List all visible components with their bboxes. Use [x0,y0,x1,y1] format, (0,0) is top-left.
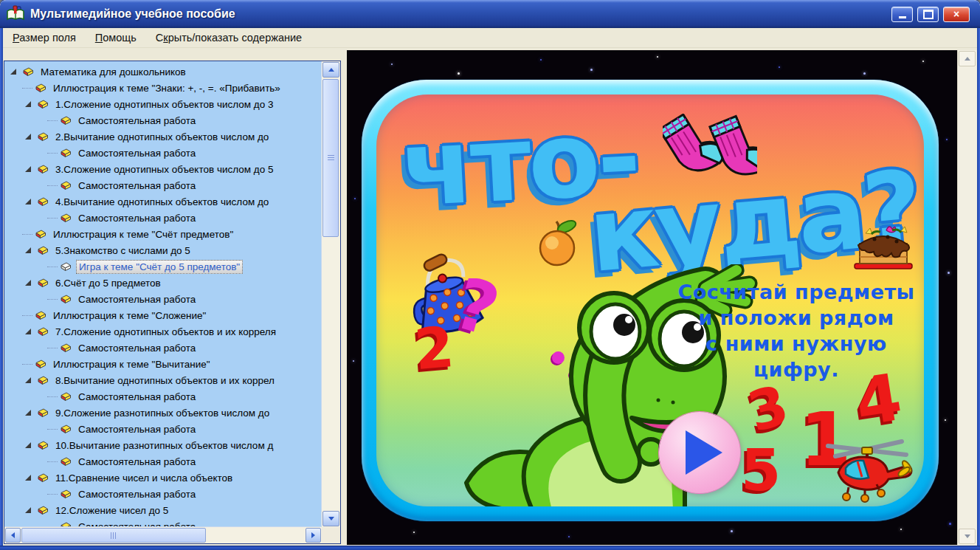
scroll-left-button[interactable] [5,528,21,543]
tree-expander-icon[interactable] [10,68,17,75]
scroll-down-button[interactable] [959,529,976,544]
tree-item[interactable]: 1.Сложение однотипных объектов числом до… [4,96,322,112]
tree-item[interactable]: Самостоятельная работа [4,486,322,502]
tree-vertical-scrollbar[interactable] [321,61,340,527]
tree-item-label: Самостоятельная работа [76,488,198,501]
tree-item-label: Самостоятельная работа [76,293,198,306]
menu-item-toggle-contents[interactable]: Скрыть/показать содержание [146,28,311,47]
book-yellow-icon [22,67,34,77]
scroll-up-button[interactable] [959,51,976,66]
minimize-icon [899,16,906,18]
tree-expander-icon[interactable] [24,409,32,416]
tree-expander-icon[interactable] [24,100,32,108]
tree-expander-icon[interactable] [24,279,32,286]
tree-connector [47,218,58,219]
tree-item[interactable]: Иллюстрация к теме "Знаки: +, -, =. «При… [4,80,322,96]
tree-item[interactable]: Самостоятельная работа [4,112,322,128]
tree-connector [47,299,58,300]
star [779,66,780,68]
tree-item[interactable]: Игра к теме "Счёт до 5 предметов" [4,258,322,275]
tree-item[interactable]: 4.Вычитание однотипных объектов числом д… [4,193,322,210]
star [568,536,570,537]
tree-item[interactable]: Самостоятельная работа [4,421,322,437]
tree-item[interactable]: 6.Счёт до 5 предметов [4,275,322,291]
tree-item[interactable]: 7.Сложение однотипных объектов и их корр… [4,323,322,340]
book-yellow-icon [37,506,49,515]
tree-item[interactable]: 5.Знакомство с числами до 5 [4,242,322,258]
instruction-text: Сосчитай предметы и положи рядом с ними … [668,279,924,382]
window-border [0,546,980,550]
tree-item[interactable]: Самостоятельная работа [4,340,322,356]
tree-item-label: 11.Сравнение чисел и числа объектов [53,472,235,484]
tree-expander-icon[interactable] [24,165,32,173]
book-yellow-icon [60,424,72,434]
tree-item[interactable]: Самостоятельная работа [4,291,322,307]
scroll-up-button[interactable] [322,62,339,78]
star [590,69,593,71]
tree-item[interactable]: 10.Вычитание разнотипных объектов числом… [4,437,322,453]
instruction-line: и положи рядом [668,305,924,331]
play-icon [686,430,722,475]
tree-item[interactable]: 3.Сложение однотипных объектов числом до… [4,161,322,177]
minimize-button[interactable] [891,7,913,22]
star [353,360,354,362]
vertical-scroll-thumb[interactable] [322,79,339,237]
tree-connector [47,267,58,267]
tree-item[interactable]: 9.Сложение разнотипных объектов числом д… [4,405,322,421]
maximize-button[interactable] [917,7,939,22]
instruction-line: с ними нужную [668,331,924,357]
tree-item-label: Игра к теме "Счёт до 5 предметов" [76,260,243,274]
tree-connector [22,234,32,235]
tree-expander-icon[interactable] [24,377,32,384]
tree-item[interactable]: 8.Вычитание однотипных объектов и их кор… [4,372,322,388]
tree-item[interactable]: 2.Вычитание однотипных объектов числом д… [4,128,322,145]
scroll-down-button[interactable] [322,511,339,526]
tree-connector [47,461,58,462]
tree-item[interactable]: Самостоятельная работа [4,145,322,161]
tree-expander-icon[interactable] [24,441,32,449]
tree-horizontal-scrollbar[interactable] [4,526,322,543]
book-yellow-icon [37,278,49,288]
tree-item-label: Самостоятельная работа [76,456,198,468]
title-bar: Мультимедийное учебное пособие × [0,0,980,28]
slide-vertical-scrollbar[interactable] [957,50,977,545]
tree-expander-icon[interactable] [24,133,32,140]
arrow-up-icon [965,57,970,61]
tree-item-label: Иллюстрация к теме "Сложение" [51,309,208,322]
scroll-right-button[interactable] [306,528,321,543]
tree-item[interactable]: Самостоятельная работа [4,210,322,226]
arrow-left-icon [11,532,15,538]
tree-expander-icon[interactable] [24,474,32,481]
application-window: Мультимедийное учебное пособие × Размер … [0,0,980,550]
play-button[interactable] [659,412,740,493]
tree-expander-icon[interactable] [24,328,32,335]
book-yellow-icon [37,132,49,142]
tree-expander-icon[interactable] [24,247,32,254]
close-button[interactable]: × [943,7,970,22]
tree-item[interactable]: 12.Сложение чисел до 5 [4,502,322,518]
horizontal-scroll-thumb[interactable] [21,528,206,543]
star [354,198,356,199]
book-yellow-icon [37,376,49,385]
tree-expander-icon[interactable] [24,506,32,514]
tree-item[interactable]: Самостоятельная работа [4,177,322,193]
tree-connector [47,348,58,348]
star [948,272,950,274]
tree-item[interactable]: Самостоятельная работа [4,388,322,405]
menu-item-field-size[interactable]: Размер поля [3,28,86,47]
tree-item[interactable]: Иллюстрация к теме "Вычитание" [4,356,322,372]
tree-expander-icon[interactable] [24,198,32,205]
tree-item[interactable]: 11.Сравнение чисел и числа объектов [4,470,322,486]
tree-item[interactable]: Иллюстрация к теме "Счёт предметов" [4,226,322,242]
tree-item-label: Иллюстрация к теме "Счёт предметов" [51,228,235,241]
menu-item-help[interactable]: Помощь [86,28,146,47]
tree-item[interactable]: Математика для дошкольников [4,63,322,80]
tree-item[interactable]: Самостоятельная работа [4,453,322,470]
book-yellow-icon [60,489,72,499]
book-yellow-icon [35,230,46,239]
tree-item[interactable]: Иллюстрация к теме "Сложение" [4,307,322,323]
star [540,59,542,61]
star [657,56,658,58]
book-yellow-icon [60,392,72,402]
book-yellow-icon [37,441,49,450]
